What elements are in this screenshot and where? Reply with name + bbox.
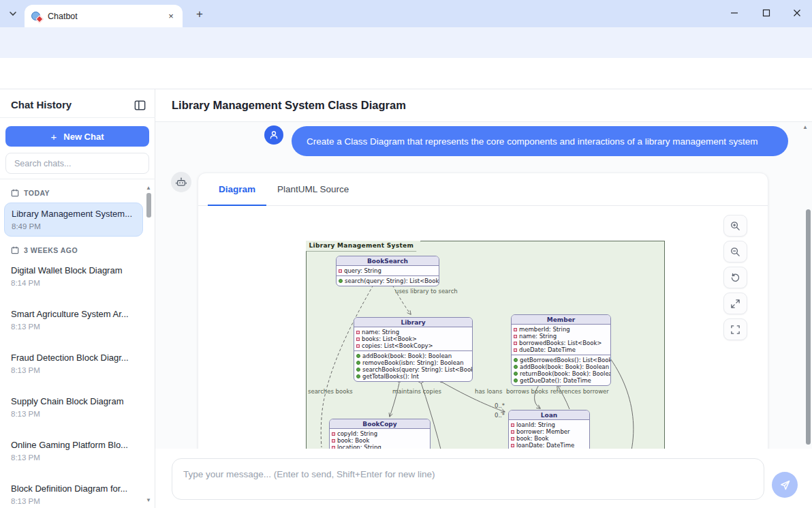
send-button[interactable] [772,472,798,498]
sidebar-title: Chat History [11,99,72,110]
chat-scrollbar-thumb[interactable] [806,209,811,445]
private-attribute-icon [514,328,517,331]
chat-item-title: Block Definition Diagram for... [11,483,136,494]
sidebar-scroll-up-arrow[interactable]: ▲ [146,185,151,191]
class-attribute: books: List<Book> [356,335,470,342]
tab-diagram[interactable]: Diagram [208,173,266,205]
new-chat-button[interactable]: + New Chat [5,126,149,147]
edge-label-has-loans: has loans [475,388,502,395]
app-header: Chatbot Powered by Visual Paradigm More … [0,58,812,89]
edge-label-searches-books: searches books [308,388,353,395]
group-label-text: 3 WEEKS AGO [24,246,78,254]
browser-titlebar: Chatbot × + [0,0,812,27]
window-close-button[interactable] [784,0,810,26]
chat-history-list: TODAY Library Management System... 8:49 … [0,179,147,508]
class-attribute: book: Book [511,435,587,442]
diagram-controls [723,215,747,340]
class-attribute: copies: List<BookCopy> [356,342,470,349]
bot-response-card: Diagram PlantUML Source Library Manageme… [198,173,768,449]
chat-scroll-up-arrow[interactable]: ▲ [802,124,808,130]
fullscreen-button[interactable] [723,318,747,340]
class-method: search(query: String): List<Book> [339,278,437,284]
sidebar-collapse-button[interactable] [134,99,147,113]
class-name: Loan [509,410,589,420]
private-attribute-icon [514,342,517,345]
reset-view-button[interactable] [723,267,747,288]
new-tab-button[interactable]: + [192,7,207,22]
class-attribute: borrowedBooks: List<Book> [514,340,608,346]
user-message-avatar [264,125,283,145]
private-attribute-icon [339,269,342,273]
private-attribute-icon [514,335,517,338]
sidebar-scroll-down-arrow[interactable]: ▼ [146,497,151,503]
chat-history-item[interactable]: Digital Wallet Block Diagram 8:14 PM [4,260,143,293]
zoom-out-icon [730,247,740,257]
chat-item-time: 8:14 PM [11,279,136,287]
chat-history-item[interactable]: Block Definition Diagram for... 8:13 PM [4,478,143,508]
chat-item-time: 8:13 PM [11,453,136,462]
class-attribute: memberId: String [514,326,608,333]
message-input[interactable] [172,458,764,500]
chat-group-label-3-weeks-ago: 3 WEEKS AGO [0,242,147,258]
class-method: returnBook(book: Book): Boolean [514,370,608,377]
class-attributes: copyId: Stringbook: Booklocation: String… [330,429,430,449]
chat-group-label-today: TODAY [0,185,147,201]
class-name: BookSearch [337,256,439,266]
window-maximize-button[interactable] [753,0,779,26]
uml-diagram-frame: Library Management System [306,241,665,449]
tab-close-icon[interactable]: × [165,10,177,23]
expand-arrows-icon [730,299,740,309]
expand-button[interactable] [723,293,747,314]
visual-paradigm-favicon [31,11,42,22]
chat-message-area[interactable]: Create a Class Diagram that represents t… [155,122,812,449]
message-composer [155,449,812,508]
chat-history-item[interactable]: Fraud Detection Block Diagr... 8:13 PM [4,347,143,380]
public-method-icon [356,361,360,365]
class-attribute: loanDate: DateTime [511,442,587,449]
class-method: getDueDate(): DateTime [514,377,608,384]
public-method-icon [514,372,518,376]
class-attribute: query: String [339,267,437,274]
private-attribute-icon [511,430,514,434]
tab-search-button[interactable] [5,6,20,21]
class-methods: getBorrowedBooks(): List<Book>addBook(bo… [512,355,610,385]
edge-label-maintains-copies: maintains copies [392,388,441,395]
private-attribute-icon [511,444,514,447]
browser-tab[interactable]: Chatbot × [25,5,183,27]
close-icon [793,9,801,17]
class-attribute: book: Book [332,437,428,444]
chat-history-item[interactable]: Supply Chain Block Diagram 8:13 PM [4,391,143,423]
chat-item-time: 8:13 PM [11,323,136,331]
public-method-icon [356,368,360,372]
chat-history-item[interactable]: Smart Agriculture System Ar... 8:13 PM [4,303,143,336]
search-chats-input[interactable] [5,153,149,174]
chat-history-item-selected[interactable]: Library Management System... 8:49 PM [4,203,143,237]
chat-item-title: Supply Chain Block Diagram [11,396,136,406]
response-tabbar: Diagram PlantUML Source [198,173,768,206]
zoom-out-button[interactable] [723,241,747,263]
user-message-bubble: Create a Class Diagram that represents t… [292,126,788,156]
sidebar: Chat History + New Chat TODAY Library Ma… [0,89,155,508]
send-plane-icon [779,479,791,491]
class-library: Library name: Stringbooks: List<Book>cop… [354,317,473,382]
class-member: Member memberId: Stringname: Stringborro… [511,314,611,386]
class-loan: Loan loanId: Stringborrower: Memberbook:… [508,410,590,449]
window-minimize-button[interactable] [721,0,747,26]
divider [0,117,155,118]
private-attribute-icon [332,439,335,443]
class-method: addBook(book: Book): Boolean [514,363,608,370]
class-method: removeBook(isbn: String): Boolean [356,359,470,366]
class-attribute: location: String [332,444,428,449]
class-attribute: name: String [356,329,470,335]
private-attribute-icon [356,338,360,341]
class-methods: search(query: String): List<Book> [337,275,439,286]
chat-history-item[interactable]: Online Gaming Platform Blo... 8:13 PM [4,434,143,467]
class-attributes: query: String [337,266,439,275]
zoom-in-icon [730,221,740,231]
plus-icon: + [51,131,57,143]
private-attribute-icon [332,432,335,436]
zoom-in-button[interactable] [723,215,747,237]
class-attribute: loanId: String [511,421,587,428]
sidebar-scrollbar-thumb[interactable] [146,193,151,218]
tab-plantuml-source[interactable]: PlantUML Source [266,173,360,205]
